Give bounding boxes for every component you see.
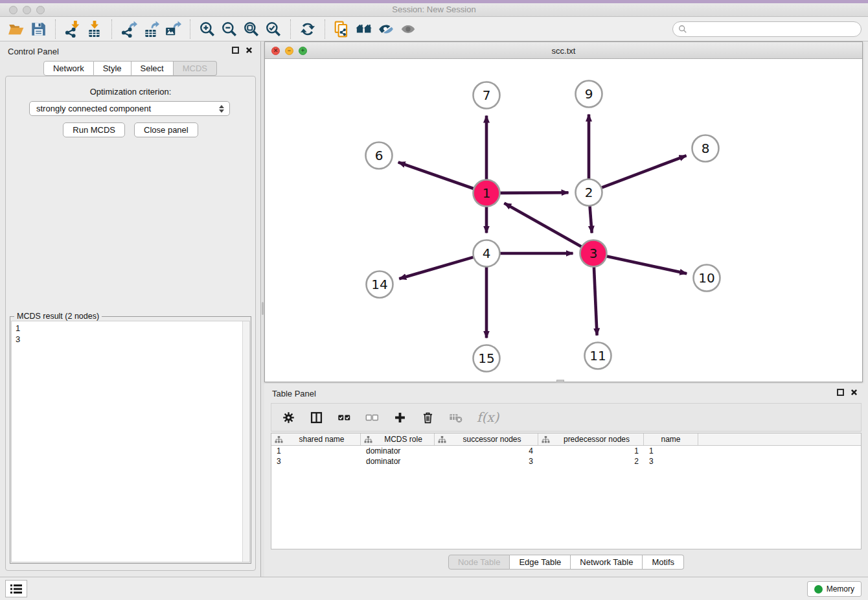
network-canvas[interactable]: 7968124314101511 [265,59,862,382]
create-column-button[interactable] [393,411,407,424]
toolbar-separator [55,19,56,39]
apply-layout-button[interactable] [297,19,319,40]
tab-network-table[interactable]: Network Table [571,555,643,570]
toolbar-separator [190,19,190,39]
memory-button[interactable]: Memory [807,581,862,597]
close-panel-button[interactable]: Close panel [134,122,198,137]
zoom-selected-button[interactable] [262,19,284,40]
show-graphics-details-button[interactable] [397,19,419,40]
splitter-grip[interactable] [262,302,264,315]
graph-node-10[interactable]: 10 [694,265,720,292]
cell-predecessor-nodes[interactable]: 2 [538,456,644,467]
tab-select[interactable]: Select [131,61,174,76]
optimization-criterion-select[interactable]: strongly connected component [29,101,230,116]
toolbar-separator [325,19,325,39]
tab-mcds[interactable]: MCDS [174,61,217,76]
graph-node-14[interactable]: 14 [367,271,393,298]
result-scrollbar[interactable] [242,321,249,562]
network-window-titlebar[interactable]: ✕ − + scc.txt [265,42,862,59]
graph-node-2[interactable]: 2 [576,179,602,206]
search-box[interactable] [672,21,862,37]
control-panel-header: Control Panel [0,41,260,61]
table-panel: Table Panel f(x) shared nameMCDS rolesuc… [264,384,868,577]
column-header-shared-name[interactable]: shared name [271,433,361,445]
graph-edge-3-11[interactable] [594,264,597,335]
float-table-panel-icon[interactable] [837,389,844,396]
graph-node-9[interactable]: 9 [576,81,602,108]
graph-node-8[interactable]: 8 [692,135,719,162]
cell-shared-name[interactable]: 3 [271,456,361,467]
graph-edge-1-2[interactable] [497,192,568,193]
cell-predecessor-nodes[interactable]: 1 [538,446,644,456]
node-table: shared nameMCDS rolesuccessor nodesprede… [271,433,862,549]
column-layout-button[interactable] [310,411,323,424]
graph-node-label: 3 [589,246,598,261]
graph-edge-3-1[interactable] [504,203,583,248]
unselect-all-columns-button[interactable] [365,411,379,424]
tab-style[interactable]: Style [94,61,131,76]
cell-name[interactable]: 1 [644,446,698,456]
save-session-button[interactable] [27,19,49,40]
zoom-fit-icon [243,21,260,38]
run-mcds-button[interactable]: Run MCDS [63,122,125,137]
clone-network-icon [334,21,350,38]
hide-graphics-details-button[interactable] [375,19,397,40]
column-header-MCDS-role[interactable]: MCDS role [361,433,435,445]
graph-edge-4-14[interactable] [399,257,475,279]
tab-edge-table[interactable]: Edge Table [510,555,571,570]
network-resize-handle[interactable] [556,380,564,382]
column-header-name[interactable]: name [644,433,698,445]
cell-shared-name[interactable]: 1 [271,446,361,456]
cell-successor-nodes[interactable]: 4 [435,446,538,456]
column-type-icon [364,436,372,443]
graph-node-1[interactable]: 1 [474,180,500,207]
tab-motifs[interactable]: Motifs [643,555,684,570]
attribute-settings-button[interactable] [282,411,295,424]
graph-node-6[interactable]: 6 [366,143,393,169]
select-all-columns-button[interactable] [337,411,351,424]
network-view-window: ✕ − + scc.txt 7968124314101511 [264,41,863,382]
graph-node-3[interactable]: 3 [580,240,607,267]
cell-successor-nodes[interactable]: 3 [435,456,538,467]
float-panel-icon[interactable] [232,47,239,54]
zoom-in-button[interactable] [196,19,218,40]
cell-MCDS-role[interactable]: dominator [361,446,435,456]
network-overview-button[interactable] [353,19,375,40]
export-image-button[interactable] [162,19,184,40]
delete-columns-button[interactable] [421,411,435,424]
search-input[interactable] [687,25,861,34]
main-toolbar [0,17,868,41]
graph-edge-2-3[interactable] [589,203,591,233]
graph-edge-3-10[interactable] [604,256,687,274]
graph-node-4[interactable]: 4 [474,240,500,267]
graph-node-15[interactable]: 15 [474,345,500,372]
zoom-fit-button[interactable] [240,19,262,40]
column-header-predecessor-nodes[interactable]: predecessor nodes [538,433,644,445]
clone-network-button[interactable] [331,19,353,40]
graph-node-label: 14 [371,277,387,292]
show-panels-button[interactable] [5,580,27,597]
table-row-2[interactable]: 3dominator323 [271,456,861,467]
cell-MCDS-role[interactable]: dominator [361,456,435,467]
export-network-button[interactable] [118,19,140,40]
table-row-1[interactable]: 1dominator411 [271,446,861,456]
graph-node-label: 9 [585,86,593,102]
tab-node-table[interactable]: Node Table [448,555,510,570]
close-panel-icon[interactable] [246,47,253,54]
close-table-panel-icon[interactable] [851,389,858,396]
mcds-panel: Optimization criterion: strongly connect… [5,76,256,571]
open-file-button[interactable] [5,19,27,40]
import-table-button[interactable] [84,19,106,40]
graph-node-11[interactable]: 11 [585,343,611,369]
zoom-out-button[interactable] [218,19,240,40]
graph-edge-2-8[interactable] [599,156,686,189]
tab-network[interactable]: Network [43,61,94,76]
window-top-strip [0,0,868,3]
column-header-successor-nodes[interactable]: successor nodes [435,433,538,445]
graph-edge-1-6[interactable] [398,162,476,189]
cell-name[interactable]: 3 [644,456,698,467]
graph-node-7[interactable]: 7 [474,82,500,109]
mcds-result-area[interactable]: 1 3 [11,321,250,562]
import-network-button[interactable] [62,19,84,40]
export-table-button[interactable] [140,19,162,40]
